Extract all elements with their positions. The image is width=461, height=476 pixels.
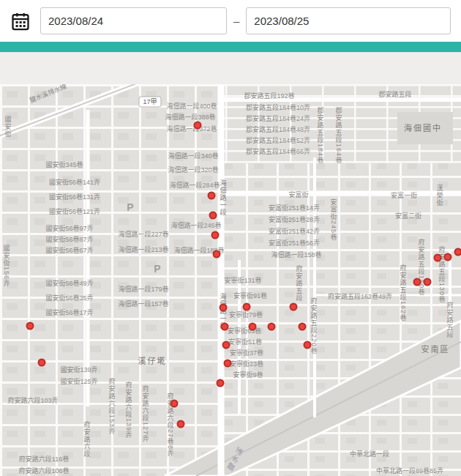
map-marker[interactable] <box>213 250 221 259</box>
map-marker[interactable] <box>220 304 228 312</box>
map-marker[interactable] <box>177 420 185 428</box>
map-marker[interactable] <box>217 379 225 387</box>
calendar-button[interactable] <box>7 8 34 34</box>
map-marker[interactable] <box>222 341 230 349</box>
map-marker[interactable] <box>424 278 432 286</box>
map-marker[interactable] <box>194 122 202 130</box>
map-marker[interactable] <box>26 322 34 330</box>
map-marker[interactable] <box>304 341 312 349</box>
toolbar: – <box>0 0 461 42</box>
map-marker[interactable] <box>211 231 220 239</box>
map-marker[interactable] <box>208 192 216 200</box>
start-date-input[interactable] <box>40 7 227 34</box>
map-marker[interactable] <box>454 248 461 256</box>
map-marker[interactable] <box>268 323 276 331</box>
map-marker-layer <box>0 84 461 476</box>
map-marker[interactable] <box>38 359 46 367</box>
date-range-separator: – <box>233 15 239 27</box>
accent-progress-bar <box>0 42 461 52</box>
map-marker[interactable] <box>249 323 257 331</box>
map[interactable]: 鹽水溪排水線國安街海佃路一段400巷海佃路一段388巷海佃路一段372巷郡安路五… <box>0 84 461 476</box>
end-date-input[interactable] <box>246 7 451 34</box>
map-marker[interactable] <box>221 323 229 331</box>
map-marker[interactable] <box>170 400 179 408</box>
map-marker[interactable] <box>290 303 298 311</box>
calendar-icon <box>10 11 31 31</box>
spacer-strip <box>0 52 461 84</box>
map-marker[interactable] <box>299 323 307 331</box>
map-marker[interactable] <box>209 212 217 220</box>
map-marker[interactable] <box>243 303 251 311</box>
map-marker[interactable] <box>224 360 232 368</box>
map-marker[interactable] <box>444 253 452 261</box>
map-marker[interactable] <box>413 278 421 286</box>
map-marker[interactable] <box>434 254 442 262</box>
